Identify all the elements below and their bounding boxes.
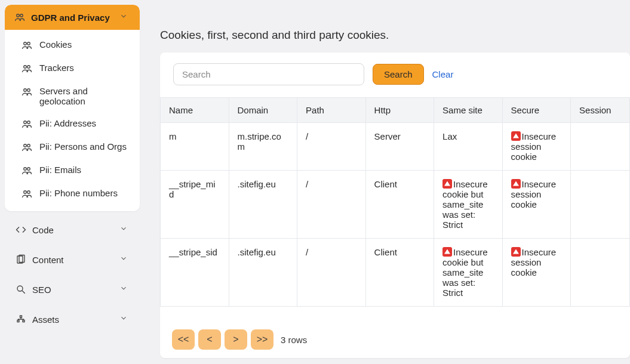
- sidebar-section-gdpr-label: GDPR and Privacy: [31, 13, 110, 23]
- sidebar-item-label: Trackers: [39, 63, 74, 73]
- cell-http: Client: [365, 171, 434, 239]
- sidebar-item-label: Pii: Emails: [39, 165, 81, 175]
- warning-icon: [442, 247, 452, 257]
- sidebar-section[interactable]: Content: [6, 251, 140, 269]
- chevron-down-icon: [119, 224, 130, 235]
- table-row: __stripe_sid.sitefig.eu/ClientInsecure c…: [161, 239, 630, 307]
- svg-point-8: [24, 121, 27, 124]
- table-header[interactable]: Path: [297, 98, 366, 123]
- page-title: Cookies, first, second and third party c…: [160, 29, 630, 42]
- search-input[interactable]: [173, 63, 364, 85]
- table-row: mm.stripe.com/ServerLaxInsecure session …: [161, 123, 630, 171]
- people-icon: [21, 63, 32, 74]
- svg-point-14: [24, 191, 27, 194]
- sidebar-section[interactable]: SEO: [6, 280, 140, 298]
- warning-icon: [442, 179, 452, 189]
- table-header[interactable]: Session: [571, 98, 630, 123]
- people-icon: [21, 189, 32, 199]
- svg-point-1: [20, 14, 23, 17]
- pager-row-count: 3 rows: [281, 335, 307, 345]
- sidebar-section-label: Content: [32, 255, 64, 265]
- pager-last-button[interactable]: >>: [251, 329, 273, 350]
- people-icon: [21, 40, 32, 51]
- table-header[interactable]: Name: [161, 98, 229, 123]
- sidebar-section-label: Assets: [32, 314, 59, 325]
- cell-path: /: [297, 123, 366, 171]
- svg-point-0: [17, 14, 20, 17]
- sidebar-item[interactable]: Servers and geolocation: [5, 80, 140, 112]
- sidebar-item[interactable]: Trackers: [5, 57, 140, 80]
- cell-session: [571, 171, 630, 239]
- svg-point-5: [27, 66, 30, 69]
- sidebar-item[interactable]: Pii: Emails: [5, 159, 140, 182]
- people-icon: [21, 87, 32, 97]
- sidebar-subnav: CookiesTrackersServers and geolocationPi…: [5, 30, 140, 211]
- warning-icon: [511, 179, 521, 189]
- pager-prev-button[interactable]: <: [198, 329, 221, 350]
- cell-secure: Insecure session cookie: [502, 239, 571, 307]
- sidebar-panel-gdpr: GDPR and Privacy CookiesTrackersServers …: [5, 5, 140, 211]
- cell-domain-text: .sitefig.eu: [238, 247, 276, 257]
- svg-point-4: [24, 66, 27, 69]
- cookies-table: NameDomainPathHttpSame siteSecureSession…: [160, 97, 630, 307]
- table-header[interactable]: Secure: [502, 98, 571, 123]
- people-icon: [21, 142, 32, 153]
- sidebar-item-label: Servers and geolocation: [39, 86, 129, 106]
- svg-point-3: [27, 42, 30, 45]
- cell-http: Client: [365, 239, 434, 307]
- svg-point-11: [27, 144, 30, 147]
- sidebar-collapsed-list: CodeContentSEOAssets: [5, 220, 140, 328]
- cell-name: m: [161, 123, 229, 171]
- cell-http-text: Server: [374, 131, 401, 141]
- cell-name-text: __stripe_mid: [169, 179, 216, 199]
- people-icon: [21, 165, 32, 176]
- svg-point-15: [27, 191, 30, 194]
- table-body: mm.stripe.com/ServerLaxInsecure session …: [161, 123, 630, 307]
- sidebar-item[interactable]: Pii: Persons and Orgs: [5, 135, 140, 159]
- sidebar-section[interactable]: Assets: [6, 310, 140, 328]
- svg-point-13: [27, 168, 30, 171]
- sidebar-section-gdpr[interactable]: GDPR and Privacy: [5, 5, 140, 30]
- svg-point-12: [24, 168, 27, 171]
- svg-point-9: [27, 121, 30, 124]
- clear-link[interactable]: Clear: [432, 69, 454, 79]
- code-icon: [16, 224, 26, 235]
- pager-next-button[interactable]: >: [225, 329, 247, 350]
- pager-first-button[interactable]: <<: [172, 329, 195, 350]
- cell-session: [571, 123, 630, 171]
- cell-domain: .sitefig.eu: [229, 239, 297, 307]
- cell-domain-text: m.stripe.com: [238, 131, 281, 152]
- svg-point-2: [24, 42, 27, 45]
- cell-path-text: /: [306, 131, 308, 141]
- sidebar-item[interactable]: Pii: Phone numbers: [5, 182, 140, 205]
- table-header[interactable]: Domain: [229, 98, 297, 123]
- content-card: Search Clear NameDomainPathHttpSame site…: [160, 53, 630, 358]
- svg-line-19: [22, 291, 25, 294]
- search-button[interactable]: Search: [373, 64, 424, 85]
- cell-secure: Insecure session cookie: [502, 123, 571, 171]
- table-header[interactable]: Same site: [434, 98, 503, 123]
- chevron-down-icon: [119, 314, 130, 325]
- cell-same-site: Insecure cookie but same_site was set: S…: [434, 239, 503, 307]
- cell-http-text: Client: [374, 247, 397, 257]
- chevron-down-icon: [119, 12, 130, 23]
- svg-point-10: [24, 144, 27, 147]
- sidebar-section[interactable]: Code: [6, 221, 140, 239]
- table-scroll[interactable]: NameDomainPathHttpSame siteSecureSession…: [160, 97, 630, 322]
- sidebar-item[interactable]: Cookies: [5, 33, 140, 57]
- cell-name-text: m: [169, 131, 177, 141]
- cell-path-text: /: [306, 247, 308, 257]
- cell-path: /: [297, 171, 366, 239]
- people-icon: [21, 119, 32, 129]
- table-header[interactable]: Http: [365, 98, 434, 123]
- warning-icon: [511, 131, 521, 141]
- table-row: __stripe_mid.sitefig.eu/ClientInsecure c…: [161, 171, 630, 239]
- sidebar-item-label: Pii: Addresses: [39, 118, 96, 128]
- cell-same-site: Insecure cookie but same_site was set: S…: [434, 171, 503, 239]
- chevron-down-icon: [119, 284, 130, 295]
- cell-same-site-text: Lax: [442, 131, 457, 141]
- sidebar-section-label: Code: [32, 225, 54, 235]
- sidebar-item[interactable]: Pii: Addresses: [5, 112, 140, 135]
- cell-http: Server: [365, 123, 434, 171]
- sidebar-item-label: Cookies: [39, 39, 72, 50]
